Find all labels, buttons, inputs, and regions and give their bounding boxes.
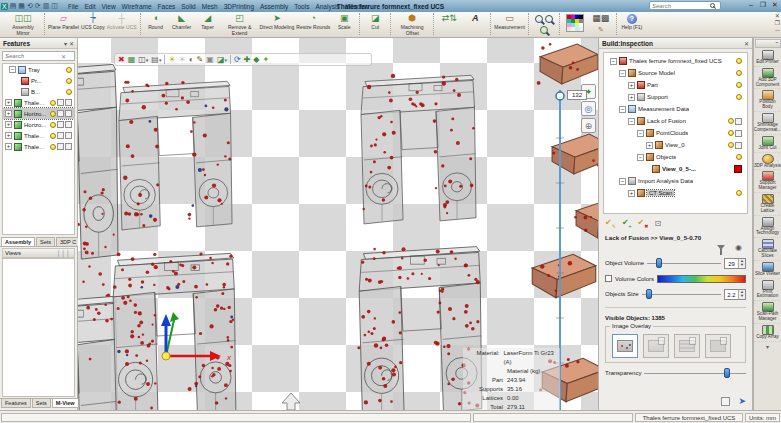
light-off-icon[interactable]: ☀: [179, 54, 186, 65]
menu-tools[interactable]: Tools: [294, 3, 309, 10]
mesh-region-icon[interactable]: ⊡: [654, 219, 661, 229]
objects-size-slider-handle[interactable]: [646, 289, 652, 299]
open-icon[interactable]: ▦: [18, 2, 25, 10]
sidebar-scroll-down-icon[interactable]: ▾: [766, 343, 769, 350]
restore-button[interactable]: ❐: [757, 0, 769, 10]
ghost-icon[interactable]: ▣: [206, 54, 214, 65]
tab-assembly[interactable]: Assembly: [1, 237, 35, 246]
state-box-icon[interactable]: [735, 118, 742, 125]
doc-close-icon[interactable]: ✕: [775, 13, 780, 20]
menu-mesh[interactable]: Mesh: [202, 3, 218, 10]
zoom-in-icon[interactable]: [535, 15, 543, 23]
tree-item-thales-1[interactable]: + Thales_...: [3, 97, 74, 108]
split-view-icon[interactable]: ◫▾: [138, 54, 148, 66]
menu-file[interactable]: File: [68, 3, 78, 10]
tree-item-import-analysis-data[interactable]: − Import Analysis Data: [604, 175, 747, 187]
sidebar-position-body[interactable]: Position Body: [754, 89, 781, 112]
visibility-bulb-icon[interactable]: [736, 82, 742, 88]
sidebar-scan-path-manager[interactable]: Scan-Path Manager: [754, 301, 781, 324]
sidebar-edit-printer[interactable]: Edit Printer: [754, 49, 781, 67]
color-swatch[interactable]: [734, 165, 742, 173]
menu-view[interactable]: View: [102, 3, 116, 10]
visibility-bulb-icon[interactable]: [736, 70, 742, 76]
sidebar-add-3dp-component[interactable]: Add 3DP Component: [754, 67, 781, 90]
overlay-mode-image-button[interactable]: [643, 334, 669, 358]
layout-icon[interactable]: ▤▾: [151, 54, 161, 66]
shading-icon[interactable]: ◐: [189, 54, 194, 65]
visibility-bulb-icon[interactable]: [728, 118, 734, 124]
visibility-bulb-icon[interactable]: [736, 154, 742, 160]
spin-down-icon[interactable]: ▼: [739, 263, 745, 268]
sidebar-shrinkage-compensation[interactable]: Shrinkage Compensat...: [754, 112, 781, 135]
ribbon-cut-button[interactable]: ◪ Cut: [362, 13, 388, 31]
add-result-icon[interactable]: ✔+: [622, 218, 632, 231]
expand-toggle[interactable]: +: [5, 110, 12, 117]
state-box-icon[interactable]: [57, 143, 64, 150]
object-volume-slider-handle[interactable]: [656, 258, 662, 268]
section-icon[interactable]: ◪▾: [217, 54, 227, 66]
visibility-bulb-icon[interactable]: [50, 122, 56, 128]
sidebar-copy-array[interactable]: Copy Array: [754, 324, 781, 342]
tab-sets-bottom[interactable]: Sets: [32, 399, 51, 408]
ribbon-assembly-mirror-button[interactable]: ◫◫ Assembly Mirror: [4, 13, 42, 36]
visibility-bulb-icon[interactable]: [66, 78, 72, 84]
state-box-icon[interactable]: [57, 99, 64, 106]
menu-faces[interactable]: Faces: [158, 3, 176, 10]
tree-item-root[interactable]: − Thales ferrure formnext_fixed UCS: [604, 55, 747, 67]
zoom-window-icon[interactable]: [545, 15, 553, 23]
frame-icon[interactable]: ▦: [128, 54, 136, 65]
expand-toggle[interactable]: −: [619, 106, 626, 113]
ribbon-chamfer-button[interactable]: ◣ Chamfer: [169, 13, 195, 31]
expand-toggle[interactable]: −: [637, 154, 644, 161]
ribbon-scale-button[interactable]: ▣ Scale: [331, 13, 357, 31]
apply-icon[interactable]: ➤: [738, 396, 746, 406]
snapshot-icon[interactable]: ◫: [51, 2, 58, 10]
viewport-canvas[interactable]: x ✖ ▦ ◫▾ ▤▾ ☀ ☀ ◐ ✎ ▣ ◪▾ ⟳ ✚ ◆ ✦ ✦ ◎ ⊕ 1…: [78, 38, 598, 410]
minimize-button[interactable]: –: [745, 0, 757, 10]
tree-item-lack-of-fusion[interactable]: − Lack of Fusion: [604, 115, 747, 127]
menu-3dprinting[interactable]: 3DPrinting: [224, 3, 254, 10]
ribbon-taper-button[interactable]: ◢ Taper: [195, 13, 221, 31]
flower-icon[interactable]: ✦: [263, 54, 270, 65]
search-input[interactable]: [652, 3, 710, 9]
tree-item-printer[interactable]: Pr...: [3, 75, 74, 86]
panel-close-icon[interactable]: ✕: [744, 40, 749, 47]
visibility-bulb-icon[interactable]: [736, 190, 742, 196]
doc-restore-icon[interactable]: ❐: [775, 20, 780, 27]
slice-slider-handle[interactable]: [556, 92, 564, 100]
light-icon[interactable]: ☀: [168, 54, 175, 65]
ribbon-machining-offset-button[interactable]: ⬢ Machining Offset: [393, 13, 431, 36]
ribbon-activate-ucs-button[interactable]: ┼ Activate UCS: [106, 13, 138, 31]
lock-box-icon[interactable]: [65, 110, 72, 117]
zoom-all-icon[interactable]: [540, 26, 548, 34]
transparency-slider[interactable]: [644, 368, 746, 378]
expand-toggle[interactable]: +: [646, 142, 653, 149]
sidebar-joint-cut[interactable]: Joint Cut: [754, 135, 781, 153]
visibility-bulb-icon[interactable]: [66, 89, 72, 95]
object-volume-spinbox[interactable]: 29 ▲▼: [724, 258, 746, 269]
state-box-icon[interactable]: [735, 142, 742, 149]
delete-view-icon[interactable]: ✖: [118, 54, 125, 65]
tree-item-measurement-data[interactable]: − Measurement Data: [604, 103, 747, 115]
panel-pin-icon[interactable]: ▾: [64, 40, 67, 47]
tree-item-thales-3[interactable]: + Thales_...: [3, 141, 74, 152]
iso-view-icon[interactable]: ◆: [253, 54, 259, 65]
features-search[interactable]: ✕: [2, 51, 75, 61]
lock-box-icon[interactable]: [65, 99, 72, 106]
menu-edit[interactable]: Edit: [84, 3, 95, 10]
tree-item-source-model[interactable]: − Source Model: [604, 67, 747, 79]
state-box-icon[interactable]: [57, 110, 64, 117]
sidebar-support-manager[interactable]: Support Manager: [754, 170, 781, 193]
sidebar-slice-viewer[interactable]: Slice Viewer: [754, 261, 781, 279]
expand-toggle[interactable]: +: [628, 94, 635, 101]
object-volume-slider[interactable]: [647, 258, 721, 268]
ribbon-ucs-copy-button[interactable]: ┾ UCS Copy: [80, 13, 106, 31]
visibility-bulb-icon[interactable]: [736, 94, 742, 100]
expand-toggle[interactable]: −: [9, 66, 16, 73]
menu-solid[interactable]: Solid: [181, 3, 195, 10]
tree-item-horizontal-2[interactable]: + Horizo...: [3, 119, 74, 130]
tree-item-thales-2[interactable]: + Thales_...: [3, 130, 74, 141]
rotate-icon[interactable]: ⟳: [234, 54, 241, 65]
tree-item-objects[interactable]: − Objects: [604, 151, 747, 163]
expand-toggle[interactable]: −: [619, 70, 626, 77]
